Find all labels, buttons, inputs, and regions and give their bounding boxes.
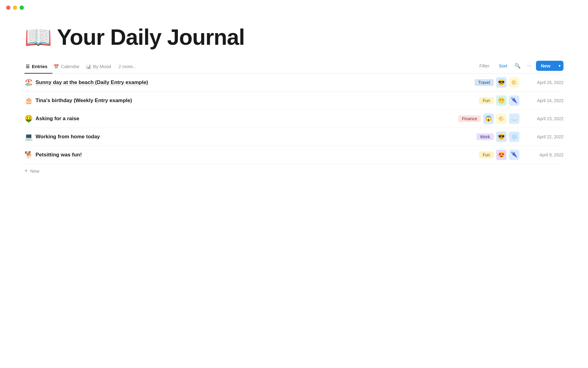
- tab-calendar-label: Calendar: [61, 64, 80, 69]
- new-button-label: New: [536, 61, 555, 71]
- tag-badge[interactable]: Fun: [479, 97, 494, 104]
- more-options-button[interactable]: ···: [524, 61, 534, 71]
- entry-date: April 22, 2022: [527, 134, 564, 139]
- plus-icon: +: [24, 168, 28, 174]
- table-row[interactable]: 🏖️ Sunny day at the beach (Daily Entry e…: [24, 74, 564, 92]
- tag-badge[interactable]: Work: [477, 133, 494, 140]
- table-row[interactable]: 🤑 Asking for a raise Finance 😱 🌤️ ☁️ Apr…: [24, 110, 564, 128]
- tab-by-mood-label: By Mood: [93, 64, 111, 69]
- tag-badge[interactable]: Finance: [458, 115, 481, 122]
- new-button-arrow[interactable]: ▾: [556, 61, 564, 71]
- tag-badge[interactable]: Fun: [479, 151, 494, 158]
- entry-title: Sunny day at the beach (Daily Entry exam…: [36, 79, 475, 86]
- weather-badge: 🌂: [509, 150, 519, 160]
- entry-date: April 23, 2022: [527, 116, 564, 121]
- entry-date: April 25, 2022: [527, 80, 564, 85]
- tab-bar: ☰ Entries 📅 Calendar 📊 By Mood 2 more...: [24, 61, 476, 73]
- tag-badge[interactable]: Travel: [475, 79, 494, 86]
- close-button[interactable]: [6, 6, 10, 10]
- entry-tags: Fun 😁 🌂: [479, 95, 519, 106]
- entry-title: Tina's birthday (Weekly Entry example): [36, 98, 479, 104]
- sort-button[interactable]: Sort: [495, 61, 511, 70]
- new-entry-button[interactable]: New ▾: [536, 61, 564, 71]
- entry-emoji: 🤑: [24, 115, 36, 123]
- entry-emoji: 🐕: [24, 151, 36, 159]
- mood-badge: 😍: [496, 150, 507, 160]
- weather-badge-2: ☁️: [509, 113, 519, 124]
- mood-icon: 📊: [86, 64, 91, 69]
- entries-list: 🏖️ Sunny day at the beach (Daily Entry e…: [24, 74, 564, 178]
- entry-date: April 24, 2022: [527, 98, 564, 103]
- filter-button[interactable]: Filter: [476, 61, 493, 70]
- mood-badge: 😎: [496, 77, 507, 88]
- more-tabs[interactable]: 2 more...: [116, 61, 141, 73]
- minimize-button[interactable]: [13, 6, 17, 10]
- entry-tags: Finance 😱 🌤️ ☁️: [458, 113, 519, 124]
- page-title-area: 📖 Your Daily Journal: [24, 25, 564, 50]
- entry-title: Working from home today: [36, 134, 477, 140]
- table-row[interactable]: 💻 Working from home today Work 😎 ❄️ Apri…: [24, 128, 564, 146]
- title-emoji: 📖: [24, 26, 52, 48]
- weather-badge: 🌤️: [496, 113, 507, 124]
- entry-emoji: 🏖️: [24, 79, 36, 86]
- mood-badge: 😎: [496, 132, 507, 142]
- mood-badge: 😱: [483, 113, 494, 124]
- entry-tags: Travel 😎 🌤️: [475, 77, 519, 88]
- ellipsis-icon: ···: [527, 63, 531, 69]
- tab-entries-label: Entries: [32, 64, 47, 69]
- page-title: Your Daily Journal: [57, 25, 245, 50]
- entry-emoji: 🎂: [24, 97, 36, 105]
- tab-calendar[interactable]: 📅 Calendar: [52, 61, 85, 73]
- entry-title: Petsitting was fun!: [36, 152, 479, 158]
- entry-tags: Fun 😍 🌂: [479, 150, 519, 160]
- search-button[interactable]: 🔍: [513, 61, 522, 71]
- entry-emoji: 💻: [24, 133, 36, 141]
- toolbar: ☰ Entries 📅 Calendar 📊 By Mood 2 more...…: [24, 61, 564, 74]
- weather-badge: 🌂: [509, 95, 519, 106]
- new-row-label: New: [30, 168, 40, 174]
- table-row[interactable]: 🐕 Petsitting was fun! Fun 😍 🌂 April 9, 2…: [24, 146, 564, 164]
- weather-badge: 🌤️: [509, 77, 519, 88]
- mood-badge: 😁: [496, 95, 507, 106]
- window-controls: [0, 0, 30, 15]
- tab-entries[interactable]: ☰ Entries: [24, 61, 52, 73]
- entry-tags: Work 😎 ❄️: [477, 132, 519, 142]
- table-row[interactable]: 🎂 Tina's birthday (Weekly Entry example)…: [24, 92, 564, 110]
- add-new-row[interactable]: + New: [24, 164, 564, 178]
- tab-by-mood[interactable]: 📊 By Mood: [85, 61, 116, 73]
- entries-icon: ☰: [26, 64, 30, 69]
- maximize-button[interactable]: [20, 6, 24, 10]
- toolbar-actions: Filter Sort 🔍 ··· New ▾: [476, 61, 564, 73]
- entry-date: April 9, 2022: [527, 152, 564, 157]
- entry-title: Asking for a raise: [36, 116, 458, 122]
- calendar-icon: 📅: [54, 64, 59, 69]
- search-icon: 🔍: [514, 63, 521, 69]
- weather-badge: ❄️: [509, 132, 519, 142]
